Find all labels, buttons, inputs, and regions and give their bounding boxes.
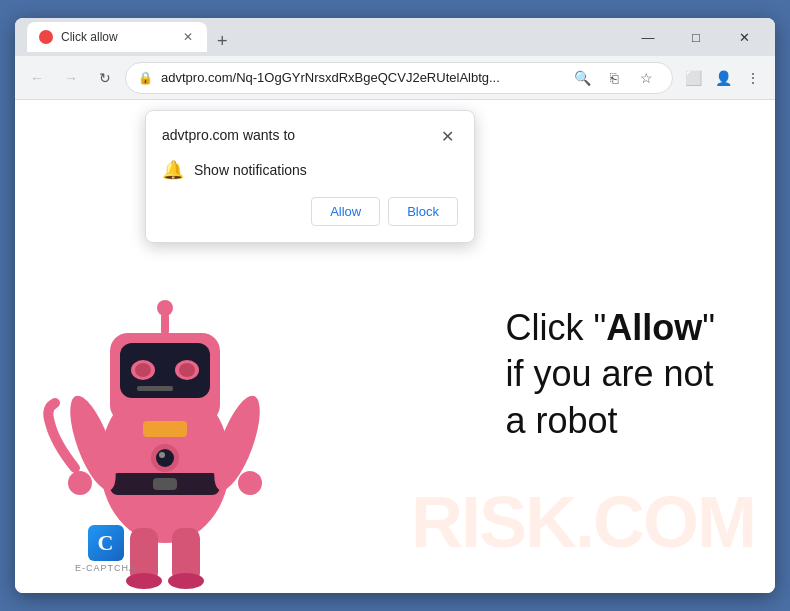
main-line1: Click "Allow" — [505, 304, 715, 351]
active-tab[interactable]: Click allow ✕ — [27, 22, 207, 52]
svg-point-25 — [157, 300, 173, 316]
tab-bar: Click allow ✕ + — [27, 22, 617, 52]
svg-rect-12 — [143, 421, 187, 437]
svg-rect-24 — [161, 313, 169, 335]
browser-window: Click allow ✕ + — □ ✕ ← → ↻ 🔒 advtpro.co… — [15, 18, 775, 593]
share-icon[interactable]: ⎗ — [600, 64, 628, 92]
svg-rect-2 — [153, 478, 177, 490]
search-icon[interactable]: 🔍 — [568, 64, 596, 92]
svg-point-22 — [156, 449, 174, 467]
svg-point-16 — [238, 471, 262, 495]
close-button[interactable]: ✕ — [721, 18, 767, 56]
allow-button[interactable]: Allow — [311, 197, 380, 226]
new-tab-button[interactable]: + — [211, 31, 234, 52]
url-bar[interactable]: 🔒 advtpro.com/Nq-1OgGYrNrsxdRxBgeQCVJ2eR… — [125, 62, 673, 94]
svg-point-14 — [68, 471, 92, 495]
popup-permission-text: Show notifications — [194, 162, 307, 178]
popup-title: advtpro.com wants to — [162, 127, 295, 143]
url-text: advtpro.com/Nq-1OgGYrNrsxdRxBgeQCVJ2eRUt… — [161, 70, 560, 85]
main-text: Click "Allow" if you are not a robot — [505, 304, 715, 444]
popup-close-button[interactable]: ✕ — [437, 127, 458, 147]
svg-point-8 — [179, 363, 195, 377]
popup-buttons: Allow Block — [162, 197, 458, 226]
popup-content: 🔔 Show notifications — [162, 159, 458, 181]
profile-button[interactable]: 👤 — [709, 64, 737, 92]
ecaptcha-label: E-CAPTCHA — [75, 563, 136, 573]
main-line2: if you are not — [505, 351, 715, 398]
svg-point-6 — [135, 363, 151, 377]
extensions-button[interactable]: ⬜ — [679, 64, 707, 92]
maximize-button[interactable]: □ — [673, 18, 719, 56]
ecaptcha-logo: C — [88, 525, 124, 561]
url-actions: 🔍 ⎗ ☆ — [568, 64, 660, 92]
toolbar-actions: ⬜ 👤 ⋮ — [679, 64, 767, 92]
window-actions: — □ ✕ — [625, 18, 767, 56]
block-button[interactable]: Block — [388, 197, 458, 226]
tab-close-button[interactable]: ✕ — [181, 28, 195, 46]
menu-button[interactable]: ⋮ — [739, 64, 767, 92]
main-bold: Allow — [606, 306, 702, 347]
svg-rect-11 — [137, 386, 173, 391]
bell-icon: 🔔 — [162, 159, 184, 181]
address-bar: ← → ↻ 🔒 advtpro.com/Nq-1OgGYrNrsxdRxBgeQ… — [15, 56, 775, 100]
svg-point-20 — [168, 573, 204, 589]
bookmark-icon[interactable]: ☆ — [632, 64, 660, 92]
popup-header: advtpro.com wants to ✕ — [162, 127, 458, 147]
tab-title: Click allow — [61, 30, 173, 44]
lock-icon: 🔒 — [138, 71, 153, 85]
title-bar: Click allow ✕ + — □ ✕ — [15, 18, 775, 56]
forward-button[interactable]: → — [57, 64, 85, 92]
reload-button[interactable]: ↻ — [91, 64, 119, 92]
page-content: RISK.COM — [15, 100, 775, 593]
tab-favicon — [39, 30, 53, 44]
main-line3: a robot — [505, 398, 715, 445]
svg-point-19 — [126, 573, 162, 589]
back-button[interactable]: ← — [23, 64, 51, 92]
minimize-button[interactable]: — — [625, 18, 671, 56]
svg-point-23 — [159, 452, 165, 458]
watermark: RISK.COM — [411, 481, 755, 563]
notification-popup: advtpro.com wants to ✕ 🔔 Show notificati… — [145, 110, 475, 243]
ecaptcha-widget: C E-CAPTCHA — [75, 525, 136, 573]
